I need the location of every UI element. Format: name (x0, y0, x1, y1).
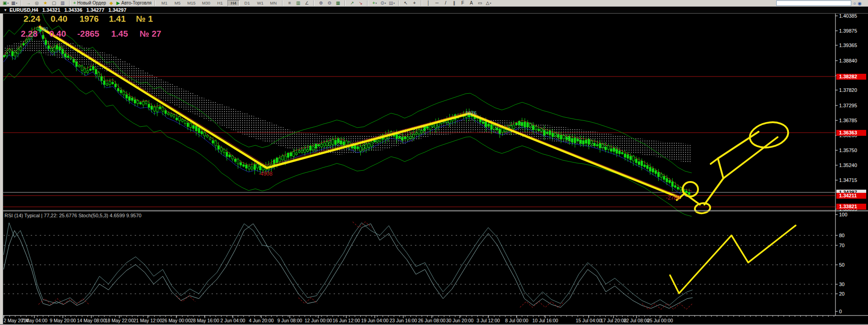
templates-dropdown-icon[interactable]: ▾ (393, 1, 395, 5)
channel-button[interactable]: ∥ (451, 0, 458, 6)
overlay-row-sell-value-2: -2865 (77, 29, 99, 39)
indicator-axis-label: 80 (839, 233, 844, 238)
step-back-button[interactable]: ↘ (357, 0, 364, 6)
tf-m15[interactable]: M15 (185, 0, 198, 6)
periods-dropdown-icon[interactable]: ▾ (385, 1, 386, 5)
time-axis-label: 28 May 16:00 (190, 318, 219, 323)
zoom-out-button[interactable]: ⊖ (326, 0, 333, 6)
indicator-axis-label: 20 (839, 291, 844, 296)
tile-windows-button[interactable]: ▦ (335, 0, 341, 6)
vertical-line-icon: │ (427, 1, 430, 5)
auto-trading-button[interactable]: ▶Авто-Торговля (117, 0, 152, 6)
step-forward-button[interactable]: ↗ (349, 0, 355, 6)
price-axis-label: 1.37295 (839, 103, 857, 108)
overlay-row-sell-value-1: 0.40 (49, 29, 66, 39)
symbol-search-button[interactable]: ▥ (59, 0, 66, 6)
horizontal-line-button[interactable]: ─ (434, 0, 440, 6)
time-axis-label: 19 Jun 04:00 (361, 318, 389, 323)
auto-scroll-icon: ◎ (35, 1, 39, 5)
tf-h4[interactable]: H4 (227, 0, 240, 6)
overlay-row-sell-value-3: 1.45 (111, 29, 128, 39)
tf-mn[interactable]: MN (268, 0, 279, 6)
tf-mn-label: MN (270, 1, 277, 5)
channel-icon: ∥ (453, 1, 455, 5)
overlay-row-buy-value-1: 0.40 (51, 14, 67, 24)
add-indicator-dropdown-icon[interactable]: ▾ (376, 1, 377, 5)
time-axis-label: 26 May 00:00 (162, 318, 191, 323)
chart-menu-icon[interactable]: ▼ (4, 8, 7, 12)
expert-advisors-button[interactable]: ◆ (108, 0, 115, 6)
add-indicator-icon: + (373, 1, 375, 5)
indicator-axis-label: 0 (839, 309, 842, 314)
trendline-icon: / (445, 1, 446, 5)
tf-m30[interactable]: M30 (200, 0, 212, 6)
step-back-icon: ↘ (359, 1, 362, 5)
community-icon[interactable]: ◉ (858, 1, 862, 6)
ohlc-low: 1.34277 (86, 7, 104, 13)
search-icon[interactable]: ○ (853, 1, 856, 6)
tf-h1[interactable]: H1 (214, 0, 226, 6)
zoom-in-icon: ⊕ (319, 1, 322, 5)
time-axis-label: 9 May 20:00 (50, 318, 76, 323)
add-indicator-button[interactable]: +▾ (371, 0, 378, 6)
new-order-label: Новый Ордер (77, 1, 106, 5)
text-tool-icon: A (470, 1, 473, 5)
time-axis-label: 25 Jul 00:00 (647, 318, 673, 323)
auto-scroll-button[interactable]: ◎ (33, 0, 40, 6)
new-window-button[interactable]: ▢ (51, 0, 57, 6)
time-axis-label: 17 Jul 20:00 (600, 318, 626, 323)
chart-title-bar[interactable]: ▼ EURUSD,H4 1.34321 1.34336 1.34277 1.34… (0, 6, 868, 14)
tf-w1[interactable]: W1 (255, 0, 266, 6)
label-tool-button[interactable]: ▭ (476, 0, 483, 6)
shapes-button[interactable]: △▾ (485, 0, 492, 6)
toolbar-separator (367, 0, 368, 6)
label-tool-icon: ▭ (478, 1, 482, 5)
new-chart-dropdown-icon[interactable]: ▾ (7, 1, 9, 5)
zigzag-point-label: 1976 (466, 110, 476, 116)
templates-button[interactable]: ▤▾ (388, 0, 395, 6)
new-order-button[interactable]: +Новый Ордер (73, 0, 106, 6)
text-tool-button[interactable]: A (468, 0, 475, 6)
tf-m5[interactable]: M5 (172, 0, 183, 6)
tf-m1[interactable]: M1 (159, 0, 170, 6)
indicators-list-button[interactable]: ≡ (286, 0, 293, 6)
crosshair-button[interactable]: + (411, 0, 418, 6)
fibonacci-button[interactable]: F (459, 0, 466, 6)
time-axis-label: 10 Jul 16:00 (532, 318, 558, 323)
price-badge-label: 1.36363 (839, 130, 857, 135)
tf-d1[interactable]: D1 (241, 0, 253, 6)
profiles-button[interactable]: ▦▾ (11, 0, 18, 6)
time-axis-label: 9 Jun 08:00 (278, 318, 302, 323)
price-axis-label: 1.34715 (839, 177, 857, 183)
cursor-icon: ↖ (404, 1, 407, 5)
chart-shift-button[interactable]: → (25, 0, 32, 6)
price-axis-label: 1.38840 (839, 58, 857, 63)
trendline-button[interactable]: / (442, 0, 449, 6)
crosshair-icon: + (413, 1, 416, 5)
search-input[interactable] (776, 0, 851, 6)
new-chart-button[interactable]: ▣▾ (2, 0, 9, 6)
chart-area[interactable]: 2180-49081976-27891.403851.398751.393651… (0, 0, 868, 325)
indicator-axis-label: 70 (839, 243, 844, 248)
chart-symbol: EURUSD,H4 (9, 7, 38, 13)
time-axis-label: 14 May 08:00 (77, 318, 106, 323)
toolbar-separator (21, 0, 22, 6)
favorites-button[interactable]: ★ (42, 0, 49, 6)
overlay-row-buy-value-2: 1976 (80, 14, 99, 24)
profiles-dropdown-icon[interactable]: ▾ (16, 1, 17, 5)
time-axis-label: 2 Jun 04:00 (221, 318, 245, 323)
zoom-out-icon: ⊖ (327, 1, 331, 5)
overlay-row-buy-value-0: 2.24 (24, 14, 40, 24)
angle-tool-button[interactable]: ∠ (303, 0, 310, 6)
cursor-button[interactable]: ↖ (402, 0, 409, 6)
tf-m30-label: M30 (202, 1, 210, 5)
tf-h4-label: H4 (231, 1, 236, 5)
periods-button[interactable]: ⊙▾ (380, 0, 387, 6)
indicator-axis-label: 30 (839, 282, 844, 287)
vertical-line-button[interactable]: │ (425, 0, 432, 6)
shapes-dropdown-icon[interactable]: ▾ (490, 1, 491, 5)
time-axis-label: 7 May 04:00 (21, 318, 47, 323)
zoom-in-button[interactable]: ⊕ (317, 0, 324, 6)
price-axis-label: 1.35240 (839, 162, 857, 168)
objects-list-button[interactable]: ▥ (295, 0, 302, 6)
